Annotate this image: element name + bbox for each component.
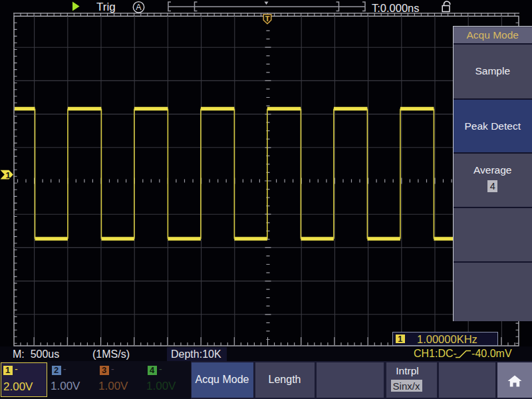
svg-text:1: 1 [5, 170, 10, 180]
svg-text:A: A [136, 3, 142, 12]
